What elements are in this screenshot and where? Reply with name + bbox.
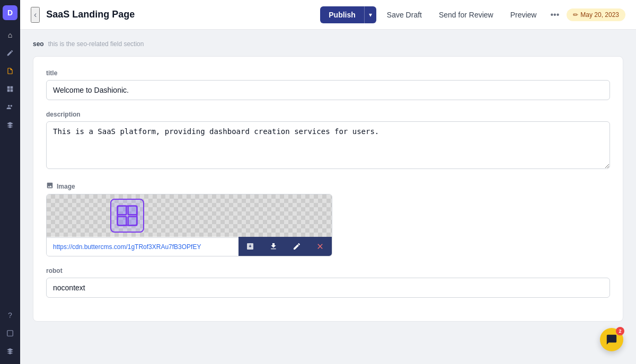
sidebar: D ⌂ ? — [0, 0, 20, 364]
title-label: title — [46, 69, 610, 77]
image-icon — [46, 182, 54, 191]
robot-input[interactable] — [46, 278, 610, 298]
date-text: May 20, 2023 — [580, 11, 619, 19]
more-button[interactable]: ••• — [547, 6, 562, 24]
description-textarea[interactable] — [46, 121, 610, 169]
sidebar-item-grid[interactable] — [3, 82, 17, 96]
image-url-row — [47, 237, 332, 256]
image-url-input[interactable] — [47, 237, 238, 256]
image-edit-button[interactable] — [285, 237, 308, 256]
publish-button[interactable]: Publish — [320, 6, 364, 23]
title-field-group: title — [46, 69, 610, 100]
sidebar-logo[interactable]: D — [3, 5, 17, 20]
sidebar-item-layers[interactable] — [3, 344, 17, 359]
date-icon: ✏ — [573, 11, 578, 19]
page-title: SaaS Landing Page — [46, 9, 314, 20]
image-label: Image — [46, 182, 610, 191]
image-preview — [47, 194, 332, 237]
save-draft-button[interactable]: Save Draft — [381, 6, 428, 23]
sidebar-item-contacts[interactable] — [3, 100, 17, 114]
sidebar-item-settings[interactable] — [3, 326, 17, 341]
description-label: description — [46, 111, 610, 118]
topbar-actions: Publish ▾ Save Draft Send for Review Pre… — [320, 6, 625, 24]
seo-section-header: seo this is the seo-related field sectio… — [33, 40, 623, 48]
publish-dropdown-button[interactable]: ▾ — [364, 6, 376, 23]
svg-rect-3 — [128, 206, 137, 215]
robot-field-group: robot — [46, 267, 610, 298]
back-button[interactable]: ‹ — [31, 7, 40, 23]
image-download-button[interactable] — [262, 237, 285, 256]
title-input[interactable] — [46, 80, 610, 100]
sidebar-item-help[interactable]: ? — [3, 308, 17, 323]
image-action-bar — [238, 237, 332, 256]
send-review-button[interactable]: Send for Review — [432, 6, 500, 23]
description-field-group: description — [46, 111, 610, 171]
svg-rect-5 — [128, 217, 137, 226]
date-badge: ✏ May 20, 2023 — [567, 8, 625, 21]
publish-group: Publish ▾ — [320, 6, 376, 23]
svg-rect-4 — [118, 217, 127, 226]
image-thumbnail-icon — [110, 199, 144, 233]
image-remove-button[interactable] — [308, 237, 332, 256]
content-area: seo this is the seo-related field sectio… — [20, 30, 636, 364]
svg-rect-2 — [118, 206, 127, 215]
chat-bubble[interactable]: 2 — [600, 328, 623, 351]
sidebar-item-pages[interactable] — [3, 64, 17, 78]
preview-button[interactable]: Preview — [504, 6, 543, 23]
svg-rect-0 — [7, 331, 13, 336]
sidebar-item-components[interactable] — [3, 118, 17, 132]
main-area: ‹ SaaS Landing Page Publish ▾ Save Draft… — [20, 0, 636, 364]
image-view-button[interactable] — [238, 237, 262, 256]
sidebar-item-blog[interactable] — [3, 46, 17, 60]
image-section: Image — [46, 182, 610, 256]
topbar: ‹ SaaS Landing Page Publish ▾ Save Draft… — [20, 0, 636, 30]
form-card: title description Image — [33, 56, 623, 322]
chat-badge: 2 — [616, 327, 624, 335]
seo-tag: seo — [33, 40, 44, 48]
sidebar-item-home[interactable]: ⌂ — [3, 28, 17, 42]
image-container — [46, 194, 332, 256]
seo-description: this is the seo-related field section — [48, 40, 144, 48]
robot-label: robot — [46, 267, 610, 274]
